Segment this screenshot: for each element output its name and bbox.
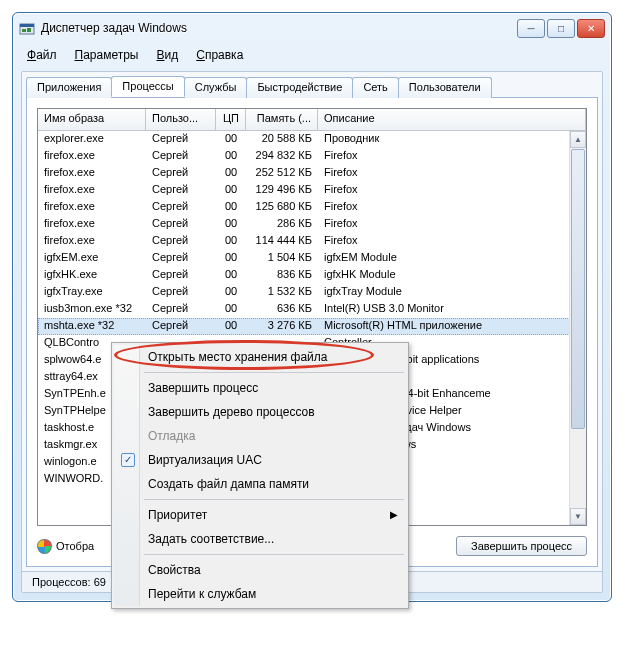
table-row[interactable]: igfxEM.exeСергей001 504 КБigfxEM Module [38,250,586,267]
tab-processes[interactable]: Процессы [111,76,184,97]
tab-strip: Приложения Процессы Службы Быстродействи… [22,72,602,97]
svg-rect-3 [27,28,31,32]
col-cpu[interactable]: ЦП [216,109,246,130]
menu-view[interactable]: Вид [148,46,186,64]
ctx-debug: Отладка [114,424,406,448]
context-menu: Открыть место хранения файла Завершить п… [111,342,409,609]
scroll-down-icon[interactable]: ▼ [570,508,586,525]
menu-help[interactable]: Справка [188,46,251,64]
col-user[interactable]: Пользо... [146,109,216,130]
titlebar[interactable]: Диспетчер задач Windows ─ □ ✕ [13,13,611,43]
ctx-set-affinity[interactable]: Задать соответствие... [114,527,406,551]
scroll-thumb[interactable] [571,149,585,429]
col-description[interactable]: Описание [318,109,586,130]
tab-performance[interactable]: Быстродействие [246,77,353,98]
ctx-priority[interactable]: Приоритет ▶ [114,503,406,527]
ctx-properties[interactable]: Свойства [114,558,406,582]
close-button[interactable]: ✕ [577,19,605,38]
col-image-name[interactable]: Имя образа [38,109,146,130]
ctx-goto-services[interactable]: Перейти к службам [114,582,406,606]
ctx-end-process-tree[interactable]: Завершить дерево процессов [114,400,406,424]
ctx-end-process[interactable]: Завершить процесс [114,376,406,400]
table-row[interactable]: firefox.exeСергей00114 444 КБFirefox [38,233,586,250]
uac-shield-icon [37,539,52,554]
ctx-uac-label: Виртуализация UAC [148,453,262,467]
svg-rect-2 [22,29,26,32]
menu-options[interactable]: Параметры [67,46,147,64]
table-row[interactable]: firefox.exeСергей00129 496 КБFirefox [38,182,586,199]
menubar: Файл Параметры Вид Справка [13,43,611,67]
table-row[interactable]: firefox.exeСергей00252 512 КБFirefox [38,165,586,182]
ctx-priority-label: Приоритет [148,508,207,522]
column-headers: Имя образа Пользо... ЦП Память (... Опис… [38,109,586,131]
menu-file[interactable]: Файл [19,46,65,64]
tab-services[interactable]: Службы [184,77,248,98]
tab-networking[interactable]: Сеть [352,77,398,98]
table-row[interactable]: explorer.exeСергей0020 588 КБПроводник [38,131,586,148]
tab-applications[interactable]: Приложения [26,77,112,98]
table-row[interactable]: iusb3mon.exe *32Сергей00636 КБIntel(R) U… [38,301,586,318]
svg-rect-1 [20,24,34,27]
show-all-processes-checkbox[interactable]: Отобра [37,539,94,554]
end-process-button[interactable]: Завершить процесс [456,536,587,556]
window-title: Диспетчер задач Windows [41,21,517,35]
ctx-uac-virtualization[interactable]: ✓ Виртуализация UAC [114,448,406,472]
vertical-scrollbar[interactable]: ▲ ▼ [569,131,586,525]
table-row[interactable]: firefox.exeСергей00294 832 КБFirefox [38,148,586,165]
scroll-up-icon[interactable]: ▲ [570,131,586,148]
app-icon [19,20,35,36]
ctx-create-dump[interactable]: Создать файл дампа памяти [114,472,406,496]
status-process-count: Процессов: 69 [22,575,117,589]
table-row[interactable]: mshta.exe *32Сергей003 276 КБMicrosoft(R… [38,318,586,335]
submenu-arrow-icon: ▶ [390,509,398,520]
table-row[interactable]: igfxTray.exeСергей001 532 КБigfxTray Mod… [38,284,586,301]
show-all-label: Отобра [56,540,94,552]
tab-users[interactable]: Пользователи [398,77,492,98]
table-row[interactable]: igfxHK.exeСергей00836 КБigfxHK Module [38,267,586,284]
col-memory[interactable]: Память (... [246,109,318,130]
table-row[interactable]: firefox.exeСергей00286 КБFirefox [38,216,586,233]
table-row[interactable]: firefox.exeСергей00125 680 КБFirefox [38,199,586,216]
maximize-button[interactable]: □ [547,19,575,38]
ctx-open-file-location[interactable]: Открыть место хранения файла [114,345,406,369]
minimize-button[interactable]: ─ [517,19,545,38]
check-icon: ✓ [121,453,135,467]
